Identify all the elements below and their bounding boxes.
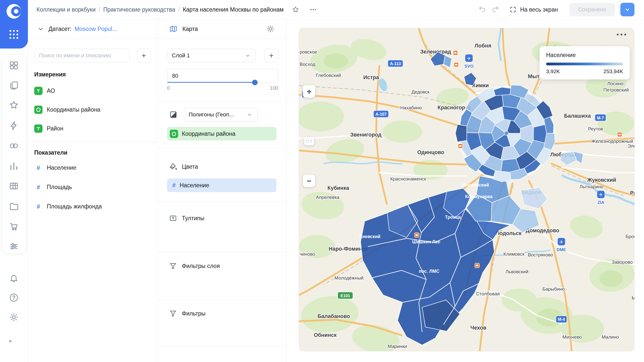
layer-select[interactable]: Слой 1 xyxy=(167,49,256,62)
scale-max: 100 xyxy=(270,85,278,91)
zoom-out-button[interactable]: − xyxy=(303,175,315,187)
add-layer-button[interactable]: + xyxy=(264,49,278,62)
map-label: Лобня xyxy=(475,43,491,49)
funnel-icon xyxy=(169,309,177,318)
zoom-slider-handle[interactable] xyxy=(304,137,314,145)
tooltips-icon xyxy=(169,214,177,222)
dataset-label: Датасет: xyxy=(49,26,71,32)
opacity-value: 80 xyxy=(172,73,178,79)
nav-datasets[interactable] xyxy=(7,179,21,193)
nav-editor[interactable] xyxy=(7,119,21,133)
colors-title: Цвета xyxy=(182,163,198,170)
road-shield: Е101 xyxy=(338,292,353,299)
measure-item-housing-area[interactable]: # Площадь жилфонда xyxy=(34,197,150,216)
chart-settings-panel: Карта Слой 1 + 80 0 100 Полигоны (Геоп..… xyxy=(157,19,287,362)
field-search-input[interactable] xyxy=(34,49,130,62)
divider xyxy=(28,142,157,142)
undo-button[interactable] xyxy=(478,5,486,14)
tooltips-title: Тултипы xyxy=(182,215,205,222)
railway-station-marker xyxy=(454,62,459,67)
zoom-in-button[interactable]: + xyxy=(303,85,315,98)
gear-icon xyxy=(9,312,19,322)
nav-char​ts[interactable] xyxy=(7,159,21,173)
colors-field-chip[interactable]: # Население xyxy=(167,178,276,192)
svg-text:DME: DME xyxy=(557,247,566,252)
map-label: Балабаново xyxy=(317,313,350,319)
map-label: Истра xyxy=(363,74,379,80)
map-label: Коммунарка xyxy=(465,194,493,199)
map-label: Обнинск xyxy=(314,332,337,338)
svg-text:А-113: А-113 xyxy=(390,61,401,66)
connections-icon xyxy=(9,141,19,151)
legend-range: 3,92K 253,94K xyxy=(546,68,623,74)
measure-item-population[interactable]: # Население xyxy=(34,158,150,177)
colors-section-row: Цвета xyxy=(169,160,198,173)
layer-opacity-slider[interactable]: 80 xyxy=(167,69,278,82)
tooltips-section-row: Тултипы xyxy=(169,211,205,225)
undo-icon xyxy=(478,5,486,13)
fullscreen-label: На весь экран xyxy=(520,6,558,13)
dimension-item-district[interactable]: Район xyxy=(34,119,150,138)
redo-button[interactable] xyxy=(491,5,499,14)
map-label: Глебовский xyxy=(316,73,341,78)
layer-filters-title: Фильтры слоя xyxy=(182,263,220,269)
grip-icon xyxy=(306,140,312,143)
filters-section-row: Фильтры xyxy=(169,307,206,320)
number-type-icon: # xyxy=(170,182,178,189)
railway-station-marker xyxy=(458,144,463,148)
divider xyxy=(157,101,286,102)
dimension-item-ao[interactable]: АО xyxy=(34,81,150,100)
saved-button[interactable]: Сохранено xyxy=(570,3,615,16)
gear-icon xyxy=(266,25,275,33)
nav-dashboards[interactable] xyxy=(7,58,21,72)
save-dropdown-button[interactable] xyxy=(620,3,634,16)
scale-min: 0 xyxy=(167,85,170,91)
dimension-item-coords[interactable]: Координаты района xyxy=(34,100,150,119)
apps-grid-icon[interactable] xyxy=(9,30,18,39)
railway-station-marker xyxy=(415,233,419,237)
divider xyxy=(157,299,286,299)
geotype-select[interactable]: Полигоны (Геоп... xyxy=(184,108,258,121)
more-menu-button[interactable] xyxy=(308,4,319,15)
nav-workbooks[interactable] xyxy=(7,78,21,93)
nav-connections[interactable] xyxy=(7,139,21,153)
map-label: Реутов xyxy=(588,126,603,131)
measure-item-area[interactable]: # Площадь xyxy=(34,178,150,197)
geopolygon-field-chip[interactable]: Координаты района xyxy=(167,127,276,141)
map-label: М xyxy=(632,295,635,301)
nav-marketplace[interactable] xyxy=(7,219,21,233)
nav-storage[interactable] xyxy=(7,199,21,213)
map-label: Заворово xyxy=(612,259,633,265)
filters-title: Фильтры xyxy=(182,310,206,317)
map-label: Востряково xyxy=(528,252,553,257)
number-type-icon: # xyxy=(34,164,43,171)
notifications-button[interactable] xyxy=(7,270,21,285)
settings-button[interactable] xyxy=(7,310,21,324)
road-shield: М-7 xyxy=(595,114,606,121)
slider-knob[interactable] xyxy=(252,80,258,85)
datalens-logo[interactable] xyxy=(0,0,28,49)
breadcrumb-collections[interactable]: Коллекции и воркбуки xyxy=(36,6,96,13)
breadcrumb-guides[interactable]: Практические руководства xyxy=(103,6,175,13)
expand-rail-button[interactable] xyxy=(7,338,14,345)
nav-services[interactable] xyxy=(7,239,21,253)
chart-settings-gear[interactable] xyxy=(266,25,275,33)
svg-text:ZIA: ZIA xyxy=(597,200,605,205)
geotype-select-value: Полигоны (Геоп... xyxy=(189,111,234,118)
divider xyxy=(157,252,286,252)
fullscreen-button[interactable]: На весь экран xyxy=(509,6,558,13)
favorite-star-button[interactable] xyxy=(290,4,301,15)
geopolygon-type-icon xyxy=(34,106,43,114)
geolayer-row xyxy=(169,108,178,121)
svg-text:М-4: М-4 xyxy=(558,317,565,322)
string-type-icon xyxy=(34,124,43,133)
nav-favorites[interactable] xyxy=(7,98,21,112)
dataset-name-link[interactable]: Moscow Popul... xyxy=(74,26,117,32)
map-options-button[interactable] xyxy=(617,34,626,35)
help-button[interactable] xyxy=(7,291,21,305)
divider xyxy=(157,201,286,201)
add-field-button[interactable]: + xyxy=(137,49,151,62)
map-label: Рам xyxy=(630,190,635,196)
dataset-header[interactable]: Датасет: Moscow Popul... xyxy=(28,19,157,39)
breadcrumb-separator: / xyxy=(99,6,100,13)
